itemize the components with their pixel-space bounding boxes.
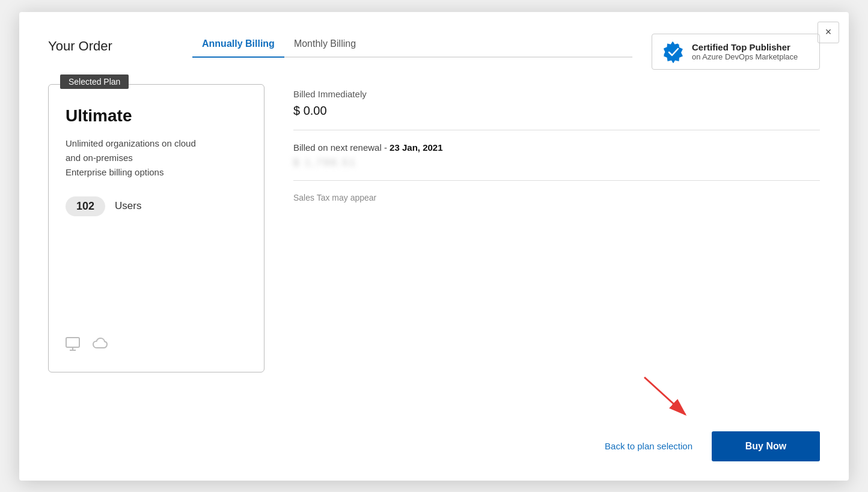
footer: Back to plan selection Buy Now <box>48 431 820 461</box>
certified-badge-text: Certified Top Publisher on Azure DevOps … <box>692 42 798 61</box>
renewal-label-row: Billed on next renewal - 23 Jan, 2021 <box>293 142 820 153</box>
plan-card: Ultimate Unlimited organizations on clou… <box>48 84 264 372</box>
renewal-date: 23 Jan, 2021 <box>390 142 442 153</box>
billed-immediately-amount: $ 0.00 <box>293 104 820 118</box>
plan-features: Unlimited organizations on cloud and on-… <box>66 136 247 180</box>
buy-now-button[interactable]: Buy Now <box>712 431 820 461</box>
billing-details: Billed Immediately $ 0.00 Billed on next… <box>293 84 820 412</box>
divider-2 <box>293 180 820 181</box>
renewal-amount-blurred: $ 1,796.51 <box>293 157 820 168</box>
monitor-icon <box>66 337 82 355</box>
sales-tax-note: Sales Tax may appear <box>293 193 820 202</box>
tab-annually[interactable]: Annually Billing <box>192 34 284 56</box>
users-row: 102 Users <box>66 196 247 216</box>
order-dialog: × Your Order Annually Billing Monthly Bi… <box>19 12 849 481</box>
cloud-icon <box>92 337 111 355</box>
plan-card-wrapper: Selected Plan Ultimate Unlimited organiz… <box>48 84 264 412</box>
renewal-label-text: Billed on next renewal - <box>293 142 390 153</box>
badge-subtitle: on Azure DevOps Marketplace <box>692 52 798 61</box>
certified-badge-icon <box>662 40 685 63</box>
close-button[interactable]: × <box>818 22 839 43</box>
certified-badge: Certified Top Publisher on Azure DevOps … <box>652 34 820 70</box>
billed-immediately-section: Billed Immediately $ 0.00 <box>293 89 820 118</box>
users-label: Users <box>115 200 141 212</box>
billed-immediately-label: Billed Immediately <box>293 89 820 99</box>
svg-rect-0 <box>66 338 79 347</box>
divider-1 <box>293 130 820 130</box>
plan-name: Ultimate <box>66 106 247 126</box>
billing-tabs: Annually Billing Monthly Billing <box>192 34 632 58</box>
header-row: Your Order Annually Billing Monthly Bill… <box>48 34 820 70</box>
main-content: Selected Plan Ultimate Unlimited organiz… <box>48 84 820 412</box>
badge-title: Certified Top Publisher <box>692 42 798 52</box>
page-title: Your Order <box>48 38 168 54</box>
users-count: 102 <box>66 196 105 216</box>
back-to-plan-button[interactable]: Back to plan selection <box>605 441 692 451</box>
plan-icons <box>66 337 247 355</box>
selected-plan-label: Selected Plan <box>60 74 129 89</box>
tab-monthly[interactable]: Monthly Billing <box>284 34 365 56</box>
next-renewal-section: Billed on next renewal - 23 Jan, 2021 $ … <box>293 142 820 168</box>
